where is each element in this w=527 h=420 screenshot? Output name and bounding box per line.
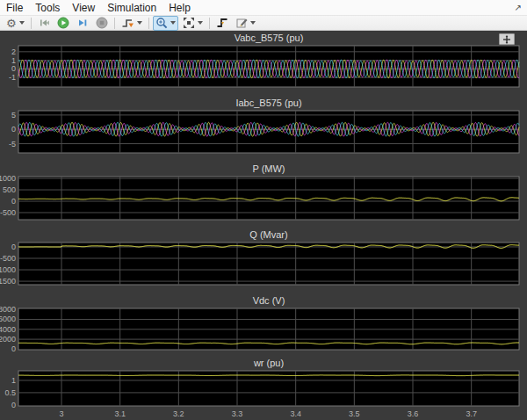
menu-view[interactable]: View	[66, 1, 101, 15]
plot-title-q: Q (Mvar)	[249, 229, 287, 240]
chevron-down-icon	[19, 21, 25, 25]
expand-button[interactable]	[499, 33, 515, 45]
toolbar-separator	[114, 18, 115, 29]
y-tick-label: 8000	[0, 305, 16, 314]
y-tick-label: 0	[11, 64, 16, 73]
y-tick-label: 0	[11, 197, 16, 206]
toolbar-separator	[209, 18, 210, 29]
y-tick-label: 0.5	[4, 388, 16, 397]
toolbar-separator	[31, 18, 32, 29]
y-tick-label: 2	[11, 47, 16, 56]
x-tick-label: 3.3	[232, 409, 243, 418]
y-tick-label: 2000	[0, 335, 16, 344]
zoom-button[interactable]	[153, 16, 178, 31]
run-button[interactable]	[54, 16, 72, 31]
plot-vabc: 210-1Vabc_B575 (pu)	[9, 33, 519, 87]
plot-title-wr: wr (pu)	[253, 358, 284, 368]
x-tick-label: 3.2	[173, 409, 184, 418]
x-tick-label: 3.6	[408, 409, 419, 418]
y-tick-label: -5	[9, 140, 16, 148]
y-tick-label: 1	[11, 376, 16, 385]
x-tick-label: 3.7	[466, 409, 477, 418]
plot-p: 10005000-500P (MW)	[0, 163, 519, 220]
undock-icon[interactable]: ↗	[515, 3, 522, 12]
menu-bar: File Tools View Simulation Help ↗	[0, 0, 527, 16]
step-back-button[interactable]	[35, 16, 53, 31]
plot-area-q[interactable]	[18, 243, 519, 285]
stop-icon	[96, 17, 108, 29]
menu-help[interactable]: Help	[162, 1, 197, 15]
fit-to-view-icon	[183, 17, 195, 29]
y-tick-label: 0	[11, 344, 16, 353]
y-tick-label: -1	[9, 73, 16, 82]
trace-wr	[18, 375, 519, 376]
y-tick-label: -500	[0, 254, 16, 263]
menu-file[interactable]: File	[0, 1, 29, 15]
y-tick-label: -1000	[0, 265, 16, 274]
x-tick-label: 3.4	[290, 409, 301, 418]
plot-area-wr[interactable]	[18, 371, 519, 406]
plot-title-vabc: Vabc_B575 (pu)	[235, 33, 304, 43]
cursor-measurements-button[interactable]	[233, 16, 258, 31]
chevron-down-icon	[250, 21, 256, 25]
scope-window: File Tools View Simulation Help ↗ ⚙	[0, 0, 527, 420]
chevron-down-icon	[137, 21, 142, 25]
y-tick-label: 1000	[0, 174, 16, 183]
plot-q: 0-500-1000-1500Q (Mvar)	[0, 229, 519, 286]
step-forward-button[interactable]	[74, 16, 91, 31]
stop-button[interactable]	[93, 16, 111, 31]
toolbar-separator	[148, 18, 149, 29]
y-tick-label: -500	[0, 208, 16, 217]
chevron-down-icon	[198, 21, 203, 25]
step-back-icon	[38, 17, 50, 29]
y-tick-label: 1	[11, 56, 16, 65]
trigger-icon	[216, 17, 228, 29]
zoom-icon	[155, 17, 168, 29]
fit-to-view-button[interactable]	[180, 16, 206, 31]
plot-vdc: 80006000400020000Vdc (V)	[0, 295, 519, 353]
y-tick-label: 6000	[0, 315, 16, 323]
toolbar: ⚙	[0, 16, 527, 31]
simulation-stepping-button[interactable]	[119, 16, 145, 31]
trigger-button[interactable]	[213, 16, 231, 31]
configuration-button[interactable]: ⚙	[4, 16, 27, 31]
x-tick-label: 3.5	[349, 409, 360, 418]
plot-title-vdc: Vdc (V)	[253, 295, 285, 306]
y-tick-label: 0	[11, 401, 16, 409]
simulation-stepping-icon	[121, 17, 134, 29]
scope-plots[interactable]: 210-1Vabc_B575 (pu)50-5Iabc_B575 (pu)100…	[0, 31, 527, 420]
menu-simulation[interactable]: Simulation	[101, 1, 162, 15]
y-tick-label: 500	[3, 185, 16, 194]
x-tick-label: 3.1	[114, 409, 126, 418]
gear-icon: ⚙	[6, 18, 17, 29]
chevron-down-icon	[170, 21, 176, 25]
step-forward-icon	[76, 17, 89, 29]
plot-wr: 10.50wr (pu)33.13.23.33.43.53.63.7	[4, 358, 519, 418]
run-icon	[57, 17, 69, 29]
plot-title-p: P (MW)	[252, 163, 285, 174]
plot-iabc: 50-5Iabc_B575 (pu)	[9, 98, 519, 153]
plot-title-iabc: Iabc_B575 (pu)	[235, 98, 301, 108]
scope-canvas-area: 210-1Vabc_B575 (pu)50-5Iabc_B575 (pu)100…	[0, 31, 527, 420]
y-tick-label: -1500	[0, 277, 16, 286]
y-tick-label: 4000	[0, 325, 16, 334]
expand-arrows-icon	[502, 35, 511, 44]
y-tick-label: 0	[11, 125, 16, 134]
menu-tools[interactable]: Tools	[29, 1, 66, 15]
y-tick-label: 0	[11, 243, 16, 251]
x-tick-label: 3	[59, 409, 63, 418]
y-tick-label: 5	[11, 111, 16, 119]
measurements-icon	[235, 17, 248, 29]
